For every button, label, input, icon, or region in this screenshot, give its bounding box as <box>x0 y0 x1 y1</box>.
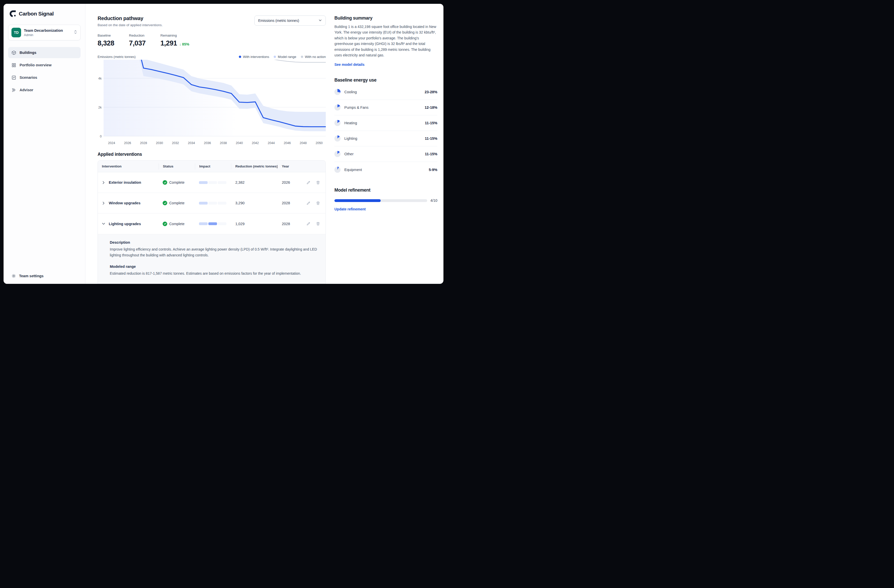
energy-label: Heating <box>344 121 421 125</box>
legend-dot-icon <box>239 56 241 58</box>
legend-item-with-no-action[interactable]: With no action <box>301 55 326 59</box>
svg-text:2046: 2046 <box>284 141 291 145</box>
team-avatar: TD <box>11 28 21 37</box>
baseline-energy-title: Baseline energy use <box>334 77 437 83</box>
energy-row-pumps-fans: Pumps & Fans12-18% <box>334 100 437 115</box>
legend-label: Model range <box>278 55 296 59</box>
stat-reduction: Reduction7,037 <box>129 33 146 47</box>
impact-segment <box>208 222 217 225</box>
pie-icon <box>334 89 341 95</box>
delete-icon[interactable] <box>316 180 320 185</box>
status-label: Complete <box>169 222 184 226</box>
page-subtitle: Based on the date of applied interventio… <box>98 23 163 27</box>
update-refinement-link[interactable]: Update refinement <box>334 207 366 211</box>
sidebar-item-portfolio-overview[interactable]: Portfolio overview <box>8 59 80 71</box>
status-label: Complete <box>169 180 184 184</box>
svg-text:2034: 2034 <box>188 141 195 145</box>
chevron-right-icon[interactable] <box>102 201 106 205</box>
legend-label: With interventions <box>243 55 269 59</box>
intervention-name: Lighting upgrades <box>109 222 141 226</box>
edit-icon[interactable] <box>306 201 311 205</box>
table-row-exterior-insulation: Exterior insulationComplete2,3822026 <box>98 172 326 193</box>
energy-label: Equipment <box>344 168 425 172</box>
legend-label: With no action <box>305 55 326 59</box>
impact-segment <box>199 222 208 225</box>
stat-value: 8,328 <box>98 39 114 47</box>
sidebar-item-label: Portfolio overview <box>20 63 51 67</box>
energy-value: 23-28% <box>424 90 437 94</box>
column-header-year: Year <box>278 163 303 169</box>
svg-text:2044: 2044 <box>267 141 275 145</box>
chevron-right-icon[interactable] <box>102 181 106 184</box>
status-complete-icon <box>163 222 167 226</box>
svg-text:2050: 2050 <box>316 141 323 145</box>
team-selector[interactable]: TD Team Decarbonization Admin <box>8 25 80 41</box>
team-name: Team Decarbonization <box>24 29 71 33</box>
chevron-updown-icon <box>74 30 77 35</box>
see-model-details-link[interactable]: See model details <box>334 62 364 67</box>
sidebar-nav: BuildingsPortfolio overviewScenariosAdvi… <box>8 47 80 95</box>
delete-icon[interactable] <box>316 222 320 226</box>
energy-row-heating: Heating11-15% <box>334 115 437 131</box>
svg-text:2036: 2036 <box>204 141 211 145</box>
detail-modeled-range-text: Estimated reduction is 817-1,587 metric … <box>110 271 319 277</box>
legend-dot-icon <box>274 56 276 58</box>
edit-icon[interactable] <box>306 222 311 226</box>
svg-text:2026: 2026 <box>124 141 131 145</box>
intervention-detail-panel: Description Improve lighting efficiency … <box>98 234 326 284</box>
detail-modeled-range-title: Modeled range <box>110 265 319 269</box>
team-settings-label: Team settings <box>19 274 44 278</box>
energy-value: 5-9% <box>429 168 437 172</box>
energy-value: 11-15% <box>425 152 437 156</box>
intervention-name: Window upgrades <box>109 201 140 205</box>
unit-select[interactable]: Emissions (metric tonnes) <box>254 15 326 26</box>
svg-text:2k: 2k <box>98 106 102 109</box>
interventions-table: InterventionStatusImpactReduction (metri… <box>98 160 326 284</box>
legend-item-with-interventions[interactable]: With interventions <box>239 55 269 59</box>
reduction-value: 1,029 <box>231 222 278 226</box>
pie-icon <box>334 151 341 157</box>
stats-row: Baseline8,328Reduction7,037Remaining1,29… <box>98 33 326 47</box>
building-summary-text: Building 1 is a 432,198 square foot offi… <box>334 24 437 58</box>
energy-row-lighting: Lighting11-15% <box>334 131 437 147</box>
chevron-down-icon <box>319 18 322 23</box>
impact-bar <box>195 202 231 204</box>
building-summary-title: Building summary <box>334 15 437 21</box>
stat-label: Baseline <box>98 33 114 37</box>
legend-item-model-range[interactable]: Model range <box>274 55 296 59</box>
stat-label: Remaining <box>160 33 189 37</box>
grid-icon <box>11 63 16 68</box>
svg-text:2028: 2028 <box>140 141 147 145</box>
sidebar: Carbon Signal TD Team Decarbonization Ad… <box>3 4 85 284</box>
energy-label: Cooling <box>344 90 421 94</box>
unit-select-value: Emissions (metric tonnes) <box>258 18 299 23</box>
status-complete-icon <box>163 201 167 205</box>
impact-segment <box>208 181 217 184</box>
sidebar-item-label: Advisor <box>20 88 33 92</box>
reduction-value: 3,290 <box>231 201 278 205</box>
page-title: Reduction pathway <box>98 15 163 21</box>
year-value: 2028 <box>278 201 303 205</box>
sidebar-item-scenarios[interactable]: Scenarios <box>8 72 80 83</box>
edit-icon[interactable] <box>306 180 311 185</box>
impact-segment <box>218 181 227 184</box>
pie-icon <box>334 167 341 173</box>
intervention-name: Exterior insulation <box>109 180 141 184</box>
impact-bar <box>195 222 231 225</box>
impact-segment <box>218 222 227 225</box>
status-label: Complete <box>169 201 184 205</box>
scenario-icon <box>11 75 16 80</box>
sidebar-item-label: Scenarios <box>20 76 37 80</box>
status-complete-icon <box>163 180 167 185</box>
detail-description-title: Description <box>110 240 319 245</box>
column-header-actions <box>303 163 326 169</box>
chevron-down-icon[interactable] <box>102 222 106 226</box>
sparkles-icon <box>11 88 16 92</box>
sidebar-item-advisor[interactable]: Advisor <box>8 85 80 95</box>
column-header-impact: Impact <box>195 163 231 169</box>
sidebar-item-team-settings[interactable]: Team settings <box>8 274 80 278</box>
sidebar-item-buildings[interactable]: Buildings <box>8 47 80 58</box>
svg-text:2040: 2040 <box>236 141 243 145</box>
delete-icon[interactable] <box>316 201 320 205</box>
refinement-progress-fill <box>334 199 381 202</box>
